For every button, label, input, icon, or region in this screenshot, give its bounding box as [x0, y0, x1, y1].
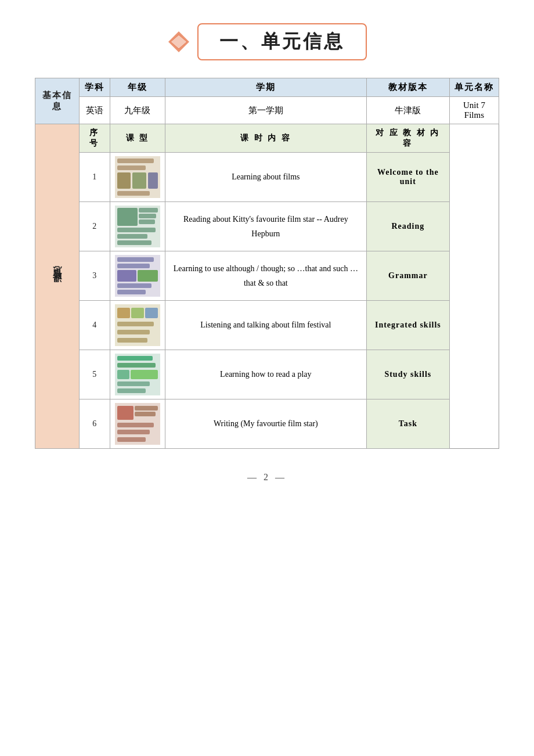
lesson-num-5: 5: [79, 350, 110, 399]
lesson-num-2: 2: [79, 202, 110, 251]
lesson-material-6: Task: [366, 399, 449, 449]
lesson-content-4: Listening and talking about film festiva…: [165, 301, 366, 350]
table-row: 4 Listening and talking about film festi…: [35, 301, 499, 350]
table-row: 2 Reading about Kitty's favourite film s…: [35, 202, 499, 251]
lesson-content-5: Learning how to read a play: [165, 350, 366, 399]
lesson-col-content: 课 时 内 容: [165, 124, 366, 153]
val-term: 第一学期: [165, 97, 366, 124]
table-row: 6 Writing (My favourtie film star) Task: [35, 399, 499, 449]
col-subject: 学科: [79, 78, 110, 97]
col-unit: 单元名称: [449, 78, 499, 97]
lesson-material-3: Grammar: [366, 251, 449, 301]
lesson-info-label: 课时信息: [35, 124, 80, 449]
lesson-content-3: Learning to use although / though; so …t…: [165, 251, 366, 301]
lesson-content-2: Reading about Kitty's favourite film sta…: [165, 202, 366, 251]
col-term: 学期: [165, 78, 366, 97]
lesson-material-5: Study skills: [366, 350, 449, 399]
table-row: 3 Learning to use although / though; so …: [35, 251, 499, 301]
lesson-content-6: Writing (My favourtie film star): [165, 399, 366, 449]
basic-info-header-row: 基本信息 学科 年级 学期 教材版本 单元名称: [35, 78, 499, 97]
lesson-thumb-2: [110, 202, 165, 251]
val-grade: 九年级: [110, 97, 165, 124]
lesson-col-type: 课 型: [110, 124, 165, 153]
lesson-num-1: 1: [79, 153, 110, 202]
lesson-thumb-3: [110, 251, 165, 301]
lesson-material-4: Integrated skills: [366, 301, 449, 350]
lesson-thumb-6: [110, 399, 165, 449]
col-grade: 年级: [110, 78, 165, 97]
title-area: 一、单元信息: [167, 23, 367, 60]
val-textbook: 牛津版: [366, 97, 449, 124]
lesson-col-material: 对 应 教 材 内 容: [366, 124, 449, 153]
svg-marker-1: [171, 35, 187, 49]
val-unit: Unit 7 Films: [449, 97, 499, 124]
page-number: — 2 —: [247, 472, 287, 483]
lesson-content-1: Learning about films: [165, 153, 366, 202]
lesson-material-2: Reading: [366, 202, 449, 251]
lesson-col-num: 序 号: [79, 124, 110, 153]
lesson-thumb-4: [110, 301, 165, 350]
diamond-icon: [167, 30, 190, 53]
basic-info-data-row: 英语 九年级 第一学期 牛津版 Unit 7 Films: [35, 97, 499, 124]
main-table: 基本信息 学科 年级 学期 教材版本 单元名称 英语 九年级 第一学期 牛津版 …: [35, 78, 499, 449]
page-title: 一、单元信息: [197, 23, 367, 60]
col-textbook: 教材版本: [366, 78, 449, 97]
table-row: 1 Learning about films Welcome to the un…: [35, 153, 499, 202]
table-row: 5 Learning how to read a play Study skil…: [35, 350, 499, 399]
lesson-material-1: Welcome to the unit: [366, 153, 449, 202]
lesson-num-4: 4: [79, 301, 110, 350]
lesson-num-6: 6: [79, 399, 110, 449]
lesson-thumb-1: [110, 153, 165, 202]
val-subject: 英语: [79, 97, 110, 124]
basic-info-label: 基本信息: [35, 78, 80, 124]
lesson-info-header-row: 课时信息 序 号 课 型 课 时 内 容 对 应 教 材 内 容: [35, 124, 499, 153]
lesson-thumb-5: [110, 350, 165, 399]
lesson-num-3: 3: [79, 251, 110, 301]
